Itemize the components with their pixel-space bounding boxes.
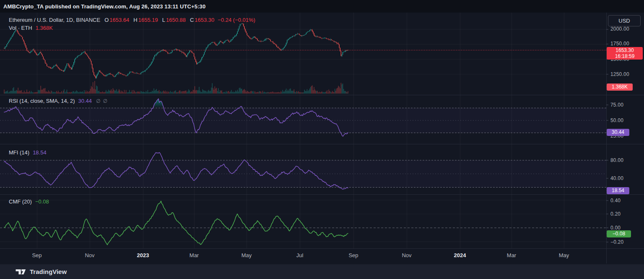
time-axis-label: Jul: [287, 252, 312, 258]
low-label: L: [162, 17, 165, 23]
rsi-badge: 30.44: [607, 129, 629, 136]
time-axis-label: Nov: [394, 252, 419, 258]
volume-value: 1.368K: [36, 25, 53, 31]
time-axis-label: Mar: [182, 252, 207, 258]
high-label: H: [133, 17, 137, 23]
last-price-badge: 1653.30 16:18:59: [607, 47, 643, 60]
open-value: 1653.64: [109, 17, 129, 23]
attribution-bar: AMBCrypto_TA published on TradingView.co…: [0, 0, 644, 13]
time-axis-label: Sep: [24, 252, 49, 258]
empty-set-icon: ∅: [96, 98, 100, 104]
volume-badge: 1.368K: [607, 83, 633, 91]
rsi-value: 30.44: [78, 98, 92, 104]
price-axis-label: 1250.00: [610, 71, 629, 78]
chart-canvas[interactable]: [0, 0, 644, 279]
open-label: O: [104, 17, 109, 23]
mfi-axis-label: 80.00: [610, 157, 623, 164]
mfi-legend: MFI (14) 18.54: [9, 149, 47, 156]
mfi-value: 18.54: [33, 149, 47, 156]
time-axis-label: Mar: [499, 252, 524, 258]
volume-label[interactable]: Vol · ETH: [9, 25, 32, 31]
rsi-axis-label: 50.00: [610, 117, 623, 124]
time-axis-label: Nov: [77, 252, 102, 258]
ohlc-open: O1653.64: [104, 17, 129, 23]
tradingview-published-chart: AMBCrypto_TA published on TradingView.co…: [0, 0, 644, 279]
time-axis[interactable]: SepNov2023MarMayJulSepNov2024MarMay: [0, 249, 606, 263]
symbol-title[interactable]: Ethereum / U.S. Dollar, 1D, BINANCE: [9, 17, 100, 23]
rsi-axis-label: 75.00: [610, 102, 623, 108]
price-axis-label: 2000.00: [610, 26, 629, 32]
volume-legend: Vol · ETH 1.368K: [9, 25, 53, 31]
time-axis-label: May: [551, 252, 576, 258]
mfi-badge: 18.54: [607, 187, 629, 194]
cmf-legend: CMF (20) −0.08: [9, 198, 49, 205]
rsi-title[interactable]: RSI (14, close, SMA, 14, 2): [9, 98, 75, 104]
cmf-axis-label: 0.20: [610, 211, 621, 217]
time-axis-label: 2024: [447, 252, 473, 258]
brand-name[interactable]: TradingView: [30, 268, 67, 275]
time-axis-label: May: [234, 252, 259, 258]
currency-toggle-button[interactable]: USD: [608, 15, 641, 26]
bar-countdown: 16:18:59: [607, 53, 643, 59]
cmf-badge: −0.08: [607, 230, 631, 237]
ohlc-low: L1650.88: [162, 17, 186, 23]
time-axis-label: 2023: [130, 252, 156, 258]
cmf-title[interactable]: CMF (20): [9, 198, 32, 205]
footer-bar: TradingView: [0, 264, 644, 279]
time-axis-label: Sep: [341, 252, 366, 258]
rsi-legend: RSI (14, close, SMA, 14, 2) 30.44 ∅ ∅: [9, 98, 107, 104]
ohlc-high: H1655.19: [133, 17, 158, 23]
mfi-title[interactable]: MFI (14): [9, 149, 29, 156]
tradingview-logo-icon: [15, 268, 26, 276]
attribution-text: AMBCrypto_TA published on TradingView.co…: [3, 3, 205, 10]
cmf-axis-label: 0.40: [610, 198, 621, 204]
last-price-value: 1653.30: [607, 47, 643, 53]
price-pane-legend: Ethereum / U.S. Dollar, 1D, BINANCE O165…: [9, 17, 255, 23]
cmf-axis-label: −0.20: [610, 239, 623, 245]
mfi-axis-label: 40.00: [610, 175, 623, 182]
cmf-value: −0.08: [35, 198, 49, 205]
price-axis-label: 1750.00: [610, 41, 629, 47]
change-value: −0.24 (−0.01%): [218, 17, 255, 23]
empty-set-icon: ∅: [103, 98, 107, 104]
high-value: 1655.19: [138, 17, 158, 23]
low-value: 1650.88: [166, 17, 186, 23]
close-value: 1653.30: [195, 17, 214, 23]
ohlc-close: C1653.30: [190, 17, 214, 23]
close-label: C: [190, 17, 194, 23]
